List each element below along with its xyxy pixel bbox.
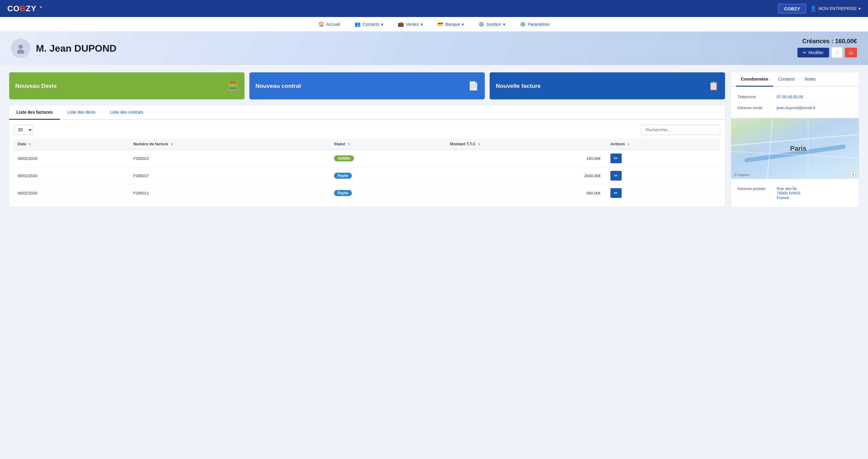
email-row: Adresse email jean.dupond@email.fr [737,102,853,113]
action-buttons-row: Nouveau Devis 🧮 Nouveau contrat 📄 Nouvel… [9,72,725,99]
col-date[interactable]: Date ⇅ [14,139,130,150]
logo-co: CO [7,4,20,13]
nav-gestion[interactable]: ⚙️ Gestion ▾ [476,20,507,28]
cell-date-0: 06/02/2020 [14,150,130,167]
tab-devis[interactable]: Liste des devis [60,105,103,120]
cobzy-button[interactable]: COBZY [778,4,806,14]
table-controls: 10 20 50 100 [14,125,720,135]
search-input[interactable] [641,125,720,135]
info-rows: Téléphone 07.00.00.00.00 Adresse email j… [731,87,859,118]
creances-amount: Créances : 160,00€ [802,38,857,45]
topbar-right: COBZY 👤 MON ENTREPRISE ▾ [778,4,861,14]
main-navigation: 🏠 Accueil 👥 Contacts ▾ 💼 Ventes ▾ 💳 Banq… [0,17,868,32]
table-row: 06/02/2020 F200011 Payée 580,00€ ✏ [14,185,720,202]
sort-icon-montant: ⇅ [478,142,480,146]
topbar: COBZY ✦ COBZY 👤 MON ENTREPRISE ▾ [0,0,868,17]
status-badge-1: Payée [334,173,352,179]
map-visual: Paris © mapbox ℹ [731,118,859,179]
mon-entreprise-button[interactable]: 👤 MON ENTREPRISE ▾ [810,5,861,12]
contract-icon: 📄 [468,81,479,91]
edit-icon-0: ✏ [614,156,618,161]
nav-parametres[interactable]: ⚙️ Paramètres [517,20,552,28]
tab-factures[interactable]: Liste des factures [9,105,60,120]
avatar [11,39,30,58]
person-icon [15,43,26,54]
tab-contrats[interactable]: Liste des contrats [103,105,151,120]
adresse-postale-label: Adresse postale [737,186,777,191]
nav-contacts-label: Contacts [363,22,379,27]
cell-statut-2: Payée [330,185,446,202]
ventes-chevron-icon: ▾ [421,22,423,27]
invoice-icon: 📋 [708,81,719,91]
col-montant[interactable]: Montant T.T.C ⇅ [446,139,607,150]
parametres-icon: ⚙️ [520,21,526,27]
cell-montant-0: 160,00€ [446,150,607,167]
table-row: 06/02/2020 F200017 Payée 2640,00€ ✏ [14,167,720,185]
table-header-row: Date ⇅ Numéro de facture ⇅ Statut ⇅ Mont… [14,139,720,150]
calculator-icon: 🧮 [228,81,239,91]
nav-ventes[interactable]: 💼 Ventes ▾ [395,20,425,28]
nouveau-contrat-label: Nouveau contrat [255,83,301,89]
col-statut[interactable]: Statut ⇅ [330,139,446,150]
mapbox-label: mapbox [738,173,750,176]
info-tab-contacts[interactable]: Contacts [773,72,800,87]
edit-button-2[interactable]: ✏ [611,188,622,198]
left-panel: Nouveau Devis 🧮 Nouveau contrat 📄 Nouvel… [9,72,725,207]
telephone-value[interactable]: 07.00.00.00.00 [777,95,803,99]
hero-right-section: Créances : 160,00€ ✏ Modifier ☆ 🗂 [798,38,857,58]
nav-banque-label: Banque [445,22,460,27]
cell-numero-1: F200017 [130,167,330,185]
archive-button[interactable]: 🗂 [845,48,857,58]
edit-icon-1: ✏ [614,173,618,178]
postal-section: Adresse postale Rue des Île75000 PARISFr… [731,179,859,207]
edit-button-1[interactable]: ✏ [611,171,622,181]
info-tabs-header: Coordonnées Contacts Notes [731,72,859,87]
sort-icon-actions: ⇅ [627,142,629,146]
map-city-label: Paris [790,145,807,153]
edit-button-0[interactable]: ✏ [611,154,622,163]
user-icon: 👤 [810,5,816,12]
nav-accueil[interactable]: 🏠 Accueil [316,20,342,28]
info-tab-coordonnees[interactable]: Coordonnées [736,72,773,87]
nav-contacts[interactable]: 👥 Contacts ▾ [352,20,385,28]
gestion-icon: ⚙️ [478,21,485,27]
contacts-chevron-icon: ▾ [381,22,383,27]
tab-content-factures: 10 20 50 100 Date ⇅ Numéro de facture ⇅ [9,120,725,207]
edit-icon: ✏ [803,50,807,55]
cell-date-1: 06/02/2020 [14,167,130,185]
svg-point-1 [17,50,24,54]
page-size-control: 10 20 50 100 [14,125,33,135]
nouvelle-facture-button[interactable]: Nouvelle facture 📋 [490,72,725,99]
nouveau-contrat-button[interactable]: Nouveau contrat 📄 [249,72,485,99]
favorite-button[interactable]: ☆ [832,47,842,58]
map-watermark: © mapbox [734,173,750,177]
svg-point-0 [19,45,23,49]
modifier-button[interactable]: ✏ Modifier [798,48,829,58]
document-tabs: Liste des factures Liste des devis Liste… [9,105,725,207]
hero-banner: M. Jean DUPOND Créances : 160,00€ ✏ Modi… [0,32,868,65]
page-size-select[interactable]: 10 20 50 100 [14,125,33,135]
cell-montant-1: 2640,00€ [446,167,607,185]
adresse-postale-value: Rue des Île75000 PARISFrance [777,186,801,200]
cell-actions-1: ✏ [607,167,720,185]
modifier-label: Modifier [808,50,824,55]
cell-date-2: 06/02/2020 [14,185,130,202]
info-tab-notes[interactable]: Notes [800,72,820,87]
nav-ventes-label: Ventes [406,22,419,27]
col-numero[interactable]: Numéro de facture ⇅ [130,139,330,150]
nouveau-devis-button[interactable]: Nouveau Devis 🧮 [9,72,245,99]
star-icon: ☆ [835,50,839,55]
email-value[interactable]: jean.dupond@email.fr [777,105,815,110]
chevron-down-icon: ▾ [859,6,861,11]
status-badge-0: Validée [334,155,354,161]
entreprise-label: MON ENTREPRISE [818,6,857,11]
banque-chevron-icon: ▾ [462,22,464,27]
sort-icon-numero: ⇅ [170,142,173,146]
main-content: Nouveau Devis 🧮 Nouveau contrat 📄 Nouvel… [0,65,868,215]
cell-montant-2: 580,00€ [446,185,607,202]
map-info-icon[interactable]: ℹ [850,171,856,177]
col-actions[interactable]: Actions ⇅ [607,139,720,150]
logo-b: B [20,4,26,13]
nav-banque[interactable]: 💳 Banque ▾ [435,20,466,28]
nouvelle-facture-label: Nouvelle facture [496,83,541,89]
